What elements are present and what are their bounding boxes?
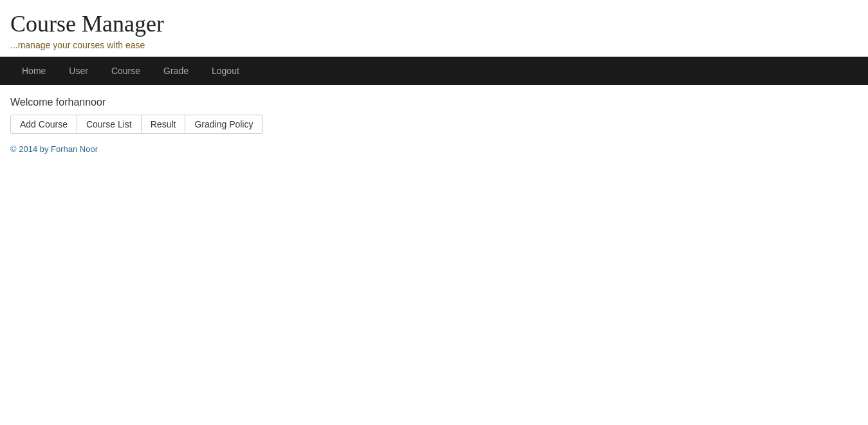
nav-grade[interactable]: Grade (152, 58, 200, 84)
welcome-text: Welcome forhannoor (0, 85, 868, 115)
nav-course[interactable]: Course (100, 58, 152, 84)
navbar: Home User Course Grade Logout (0, 57, 868, 85)
nav-user[interactable]: User (57, 58, 100, 84)
app-title: Course Manager (0, 0, 868, 40)
footer-text: © 2014 by Forhan Noor (0, 140, 868, 158)
tab-grading-policy[interactable]: Grading Policy (185, 115, 263, 134)
tab-bar: Add Course Course List Result Grading Po… (0, 115, 868, 140)
app-subtitle: ...manage your courses with ease (0, 40, 868, 57)
nav-home[interactable]: Home (10, 58, 57, 84)
tab-course-list[interactable]: Course List (77, 115, 142, 134)
tab-result[interactable]: Result (141, 115, 186, 134)
nav-logout[interactable]: Logout (200, 58, 251, 84)
tab-add-course[interactable]: Add Course (10, 115, 77, 134)
